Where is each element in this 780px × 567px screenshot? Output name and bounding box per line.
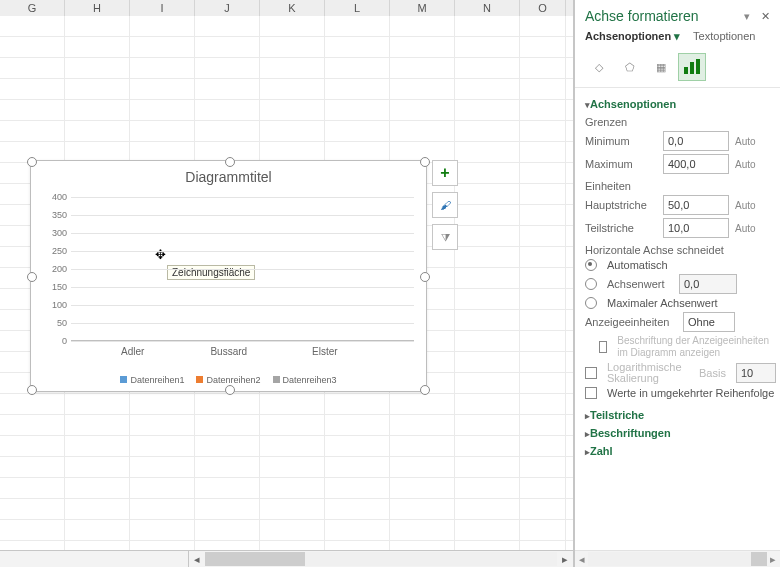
section-ticks[interactable]: Teilstriche — [585, 409, 778, 421]
funnel-icon: ⧩ — [441, 231, 450, 244]
chart-legend[interactable]: Datenreihen1Datenreihen2Datenreihen3 — [31, 375, 426, 385]
category-label: Adler — [121, 346, 144, 357]
category-label: Bussard — [210, 346, 247, 357]
major-auto[interactable]: Auto — [735, 200, 761, 211]
units-heading: Einheiten — [585, 180, 778, 192]
radio-max[interactable] — [585, 297, 597, 309]
radio-value-label: Achsenwert — [607, 278, 673, 290]
min-input[interactable] — [663, 131, 729, 151]
min-label: Minimum — [585, 135, 657, 147]
display-units-select[interactable] — [683, 312, 735, 332]
col-header-O[interactable]: O — [520, 0, 566, 16]
radio-max-label: Maximaler Achsenwert — [607, 297, 718, 309]
col-header-K[interactable]: K — [260, 0, 325, 16]
chk-show-unit-label — [599, 341, 607, 353]
haxis-heading: Horizontale Achse schneidet — [585, 244, 778, 256]
minor-label: Teilstriche — [585, 222, 657, 234]
major-input[interactable] — [663, 195, 729, 215]
pane-body: Achsenoptionen Grenzen MinimumAuto Maxim… — [575, 88, 780, 550]
y-tick: 350 — [52, 210, 67, 220]
minor-auto[interactable]: Auto — [735, 223, 761, 234]
tab-text-options[interactable]: Textoptionen — [693, 30, 755, 42]
max-label: Maximum — [585, 158, 657, 170]
axis-options-icon[interactable] — [678, 53, 706, 81]
pane-menu-icon[interactable]: ▾ — [744, 10, 750, 22]
pane-scrollbar-horizontal[interactable]: ◂ ▸ — [575, 550, 780, 567]
tab-axis-options[interactable]: Achsenoptionen ▾ — [585, 30, 680, 42]
brush-icon: 🖌 — [440, 199, 451, 211]
col-header-L[interactable]: L — [325, 0, 390, 16]
max-input[interactable] — [663, 154, 729, 174]
svg-rect-0 — [684, 67, 688, 74]
y-tick: 300 — [52, 228, 67, 238]
col-header-M[interactable]: M — [390, 0, 455, 16]
y-tick: 400 — [52, 192, 67, 202]
chk-reverse-label: Werte in umgekehrter Reihenfolge — [607, 387, 774, 399]
column-headers: GHIJKLMNO — [0, 0, 573, 17]
chart-filters-button[interactable]: ⧩ — [432, 224, 458, 250]
category-label: Elster — [312, 346, 338, 357]
section-labels[interactable]: Beschriftungen — [585, 427, 778, 439]
scroll-left-icon[interactable]: ◂ — [189, 552, 205, 566]
bounds-heading: Grenzen — [585, 116, 778, 128]
y-tick: 100 — [52, 300, 67, 310]
app-root: GHIJKLMNO Diagrammtitel 0501001502002503… — [0, 0, 780, 567]
minor-input[interactable] — [663, 218, 729, 238]
chart-styles-button[interactable]: 🖌 — [432, 192, 458, 218]
chart-elements-button[interactable]: + — [432, 160, 458, 186]
y-tick: 0 — [62, 336, 67, 346]
svg-rect-2 — [696, 59, 700, 74]
legend-item[interactable]: Datenreihen3 — [273, 375, 337, 385]
chart-title[interactable]: Diagrammtitel — [31, 169, 426, 185]
major-label: Hauptstriche — [585, 199, 657, 211]
display-units-label: Anzeigeeinheiten — [585, 316, 677, 328]
scroll-right-icon[interactable]: ▸ — [557, 552, 573, 566]
chart-side-buttons: + 🖌 ⧩ — [432, 160, 458, 250]
radio-auto-label: Automatisch — [607, 259, 668, 271]
y-tick: 200 — [52, 264, 67, 274]
section-number[interactable]: Zahl — [585, 445, 778, 457]
pane-category-icons: ◇ ⬠ ▦ — [575, 49, 780, 88]
effects-icon[interactable]: ⬠ — [616, 53, 644, 81]
log-basis-label: Basis — [699, 367, 726, 379]
radio-auto[interactable] — [585, 259, 597, 271]
y-tick: 150 — [52, 282, 67, 292]
legend-item[interactable]: Datenreihen2 — [196, 375, 260, 385]
log-basis-input — [736, 363, 776, 383]
section-axis-options[interactable]: Achsenoptionen — [585, 98, 778, 110]
format-axis-pane: Achse formatieren ▾ ✕ Achsenoptionen ▾ T… — [574, 0, 780, 567]
chk-show-unit-label-text: Beschriftung der Anzeigeeinheiten im Dia… — [617, 335, 778, 359]
value-axis[interactable]: 050100150200250300350400 — [41, 197, 69, 341]
col-header-N[interactable]: N — [455, 0, 520, 16]
col-header-G[interactable]: G — [0, 0, 65, 16]
y-tick: 250 — [52, 246, 67, 256]
col-header-H[interactable]: H — [65, 0, 130, 16]
axis-value-input[interactable] — [679, 274, 737, 294]
chk-log-scale-label: Logarithmische Skalierung — [607, 362, 687, 384]
legend-item[interactable]: Datenreihen1 — [120, 375, 184, 385]
pane-title: Achse formatieren — [585, 8, 699, 24]
move-cursor-icon: ✥ — [155, 247, 166, 262]
plus-icon: + — [440, 164, 449, 182]
sheet-scrollbar-horizontal[interactable]: ◂ ▸ — [0, 550, 573, 567]
chk-log-scale[interactable] — [585, 367, 597, 379]
hover-tooltip: Zeichnungsfläche — [167, 265, 255, 280]
max-auto[interactable]: Auto — [735, 159, 761, 170]
size-properties-icon[interactable]: ▦ — [647, 53, 675, 81]
scroll-right-icon[interactable]: ▸ — [770, 553, 776, 566]
y-tick: 50 — [57, 318, 67, 328]
svg-rect-1 — [690, 62, 694, 74]
fill-line-icon[interactable]: ◇ — [585, 53, 613, 81]
chart-object[interactable]: Diagrammtitel 050100150200250300350400 ✥… — [30, 160, 427, 392]
chk-reverse[interactable] — [585, 387, 597, 399]
radio-value[interactable] — [585, 278, 597, 290]
plot-area[interactable]: 050100150200250300350400 ✥ Zeichnungsflä… — [71, 197, 414, 341]
col-header-I[interactable]: I — [130, 0, 195, 16]
col-header-J[interactable]: J — [195, 0, 260, 16]
scroll-left-icon[interactable]: ◂ — [579, 553, 585, 566]
min-auto[interactable]: Auto — [735, 136, 761, 147]
pane-tabs: Achsenoptionen ▾ Textoptionen — [575, 28, 780, 49]
spreadsheet-area: GHIJKLMNO Diagrammtitel 0501001502002503… — [0, 0, 574, 567]
pane-close-icon[interactable]: ✕ — [761, 10, 770, 22]
